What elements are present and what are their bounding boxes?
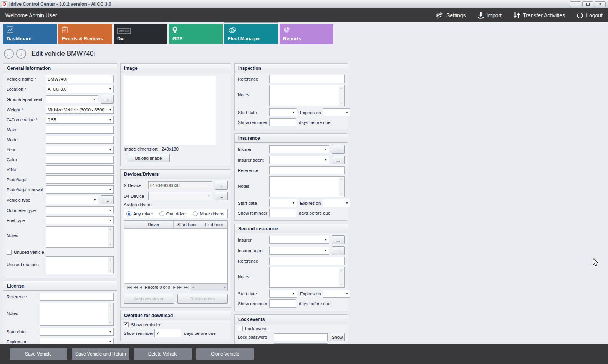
radio-one-driver[interactable]: One driver bbox=[159, 211, 187, 216]
scroll-arrows-icon[interactable]: ▲▼ bbox=[339, 177, 344, 196]
second-insurance-notes-textarea[interactable]: ▲▼ bbox=[269, 267, 345, 288]
horizontal-scrollbar[interactable]: ◀▶ bbox=[191, 284, 227, 291]
plate-renewal-select[interactable]: ▼ bbox=[46, 185, 114, 194]
transfer-activities-button[interactable]: Transfer Activities bbox=[513, 12, 565, 19]
inspection-expires-on-select[interactable]: ▼ bbox=[323, 108, 350, 116]
second-insurer-agent-browse-button[interactable]: ... bbox=[332, 246, 345, 255]
fuel-type-select[interactable]: ▼ bbox=[46, 216, 114, 224]
second-insurer-select[interactable]: ▼ bbox=[269, 236, 329, 244]
show-reminder-checkbox[interactable] bbox=[124, 322, 129, 327]
model-input[interactable] bbox=[46, 136, 114, 144]
insurance-expires-on-select[interactable]: ▼ bbox=[323, 199, 350, 207]
tab-dvr[interactable]: MERGE Dvr bbox=[114, 24, 167, 44]
group-browse-button[interactable]: ... bbox=[101, 95, 114, 104]
inspection-reminder-input[interactable] bbox=[269, 118, 296, 126]
delete-vehicle-button[interactable]: Delete Vehicle bbox=[134, 348, 192, 360]
vin-input[interactable] bbox=[46, 165, 114, 174]
save-vehicle-return-button[interactable]: Save Vehicle and Return bbox=[72, 348, 129, 360]
scroll-arrows-icon[interactable]: ▲▼ bbox=[339, 86, 344, 106]
make-input[interactable] bbox=[46, 126, 114, 134]
scroll-arrows-icon[interactable]: ▲▼ bbox=[108, 227, 113, 247]
unused-reasons-textarea[interactable]: ▲▼ bbox=[46, 256, 114, 274]
insurance-start-date-select[interactable]: ▼ bbox=[269, 199, 297, 207]
second-insurance-start-date-label: Start date bbox=[238, 291, 269, 296]
license-notes-textarea[interactable]: ▲▼ bbox=[40, 303, 114, 326]
unused-reasons-label: Unused reasons bbox=[7, 262, 46, 267]
back-button[interactable]: ← bbox=[4, 49, 14, 59]
close-button[interactable]: ✕ bbox=[595, 1, 606, 7]
insurance-notes-textarea[interactable]: ▲▼ bbox=[269, 176, 345, 197]
transfer-arrows-icon bbox=[513, 12, 520, 19]
next-page-icon[interactable]: ▶▶ bbox=[177, 286, 181, 289]
license-reference-input[interactable] bbox=[40, 293, 114, 301]
plate-tag-input[interactable] bbox=[46, 175, 114, 184]
minimize-button[interactable] bbox=[570, 1, 581, 7]
inspection-reference-input[interactable] bbox=[269, 75, 345, 83]
color-input[interactable] bbox=[46, 156, 114, 164]
lock-password-input[interactable] bbox=[274, 333, 328, 341]
maximize-button[interactable] bbox=[582, 1, 593, 7]
prev-record-icon[interactable]: ◀ bbox=[140, 286, 142, 289]
radio-any-driver[interactable]: Any driver bbox=[126, 211, 153, 216]
location-select[interactable]: Al CC 3.0▼ bbox=[46, 85, 114, 93]
delete-driver-button[interactable]: Delete driver bbox=[177, 294, 228, 304]
tab-gps[interactable]: GPS bbox=[169, 24, 223, 44]
year-select[interactable]: ▼ bbox=[46, 146, 114, 154]
upload-image-button[interactable]: Upload image bbox=[127, 154, 170, 162]
arrow-left-icon: ← bbox=[6, 51, 12, 57]
second-insurance-reference-input[interactable] bbox=[269, 257, 345, 265]
insurance-reference-input[interactable] bbox=[269, 166, 345, 174]
group-department-select[interactable]: ▼ bbox=[46, 95, 98, 103]
prev-page-icon[interactable]: ◀◀ bbox=[133, 286, 137, 289]
clone-vehicle-button[interactable]: Clone Vehicle bbox=[196, 348, 254, 360]
d4-device-browse-button[interactable]: ... bbox=[215, 192, 228, 200]
tab-fleet-manager[interactable]: Fleet Manager bbox=[224, 24, 278, 44]
insurance-reminder-input[interactable] bbox=[269, 209, 296, 217]
second-insurance-expires-on-select[interactable]: ▼ bbox=[323, 290, 350, 298]
insurer-agent-select[interactable]: ▼ bbox=[269, 156, 329, 164]
inspection-start-date-select[interactable]: ▼ bbox=[269, 108, 297, 116]
tab-reports[interactable]: Reports bbox=[280, 24, 333, 44]
vehicle-type-browse-button[interactable]: ... bbox=[101, 195, 114, 204]
unused-vehicle-checkbox[interactable] bbox=[7, 250, 12, 255]
chevron-down-icon: ▼ bbox=[323, 159, 329, 161]
lock-events-checkbox[interactable] bbox=[238, 326, 243, 331]
fuel-type-label: Fuel type bbox=[7, 218, 46, 223]
next-record-icon[interactable]: ▶ bbox=[173, 286, 175, 289]
scroll-arrows-icon[interactable]: ▲▼ bbox=[108, 303, 113, 325]
insurer-select[interactable]: ▼ bbox=[269, 145, 329, 153]
second-insurer-agent-select[interactable]: ▼ bbox=[269, 247, 329, 255]
chevron-down-icon: ▼ bbox=[323, 238, 329, 241]
insurer-agent-browse-button[interactable]: ... bbox=[332, 156, 345, 164]
radio-more-drivers[interactable]: More drivers bbox=[193, 211, 224, 216]
inspection-notes-textarea[interactable]: ▲▼ bbox=[269, 85, 345, 106]
scroll-down-button[interactable]: ↓ bbox=[16, 49, 26, 59]
tab-events-reviews[interactable]: Events & Reviews bbox=[58, 24, 112, 44]
drivers-table-body[interactable] bbox=[124, 229, 227, 283]
overdue-reminder-input[interactable] bbox=[154, 329, 181, 337]
weight-select[interactable]: Midsize Vehicle (3000 - 3500 p...▼ bbox=[46, 106, 114, 114]
last-record-icon[interactable]: ▶▶| bbox=[184, 286, 188, 289]
import-button[interactable]: Import bbox=[477, 12, 502, 19]
odometer-type-select[interactable]: ▼ bbox=[46, 206, 114, 214]
second-insurer-browse-button[interactable]: ... bbox=[332, 235, 345, 244]
gear-icon bbox=[435, 12, 444, 19]
first-record-icon[interactable]: |◀◀ bbox=[127, 286, 131, 289]
vehicle-name-input[interactable] bbox=[46, 75, 114, 83]
second-insurance-start-date-select[interactable]: ▼ bbox=[269, 290, 297, 298]
x-device-browse-button[interactable]: ... bbox=[215, 181, 228, 190]
scroll-arrows-icon[interactable]: ▲▼ bbox=[339, 268, 344, 287]
add-new-driver-button[interactable]: Add new driver bbox=[124, 294, 174, 304]
notes-textarea[interactable]: ▲▼ bbox=[46, 226, 114, 248]
gforce-select[interactable]: 0.55▼ bbox=[46, 116, 114, 124]
scroll-arrows-icon[interactable]: ▲▼ bbox=[108, 257, 113, 273]
second-insurance-reminder-input[interactable] bbox=[269, 299, 296, 308]
insurer-browse-button[interactable]: ... bbox=[332, 145, 345, 154]
settings-button[interactable]: Settings bbox=[435, 12, 466, 19]
license-start-date-select[interactable]: ▼ bbox=[40, 328, 114, 336]
tab-dashboard[interactable]: Dashboard bbox=[3, 24, 57, 44]
save-vehicle-button[interactable]: Save Vehicle bbox=[10, 348, 67, 360]
logout-button[interactable]: Logout bbox=[577, 12, 603, 19]
show-password-button[interactable]: Show bbox=[330, 333, 345, 341]
vehicle-type-select[interactable]: ▼ bbox=[46, 196, 98, 204]
